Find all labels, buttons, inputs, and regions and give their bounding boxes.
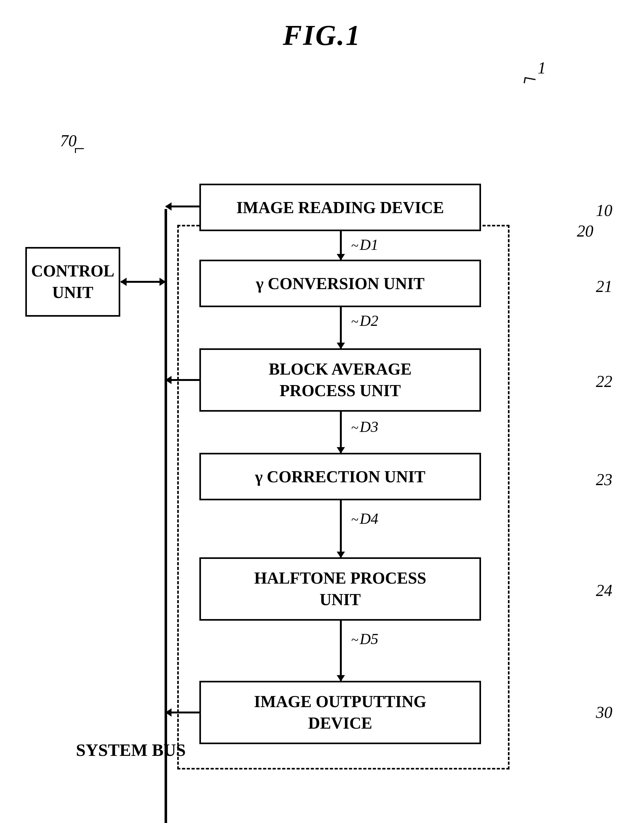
ref-20: 20 [577, 222, 593, 240]
connector-conversion-to-block [340, 307, 342, 349]
block-average-unit-box: BLOCK AVERAGE PROCESS UNIT [199, 349, 481, 412]
block-average-line1: BLOCK AVERAGE [269, 358, 411, 380]
correction-unit-box: γ CORRECTION UNIT [199, 453, 481, 500]
page-title: FIG.1 [0, 0, 644, 52]
image-reading-device-label: IMAGE READING DEVICE [236, 198, 444, 217]
d2-label: ~D2 [351, 312, 378, 329]
ref-30: 30 [596, 703, 612, 722]
ref-23: 23 [596, 470, 612, 489]
vertical-bus-line [164, 209, 167, 823]
conversion-unit-box: γ CONVERSION UNIT [199, 259, 481, 307]
diagram: 70 ⌐ CONTROL UNIT SYSTEM BUS 20 IMAGE RE… [0, 89, 644, 785]
system-bus-label: SYSTEM BUS [76, 740, 186, 760]
block-average-line2: PROCESS UNIT [269, 380, 411, 402]
d3-label: ~D3 [351, 418, 378, 435]
ref-21: 21 [596, 277, 612, 296]
connector-correction-to-halftone [340, 500, 342, 557]
image-output-device-box: IMAGE OUTPUTTING DEVICE [199, 681, 481, 744]
connector-halftone-to-output [340, 621, 342, 681]
d1-label: ~D1 [351, 236, 378, 253]
arrow-reading-to-bus [166, 206, 200, 207]
conversion-unit-label: γ CONVERSION UNIT [256, 274, 425, 293]
control-unit-line2: UNIT [31, 282, 115, 303]
halftone-line2: UNIT [254, 589, 426, 611]
image-output-line1: IMAGE OUTPUTTING [254, 691, 426, 712]
control-unit-line1: CONTROL [31, 260, 115, 282]
arrow-bus-to-output [166, 711, 200, 714]
halftone-unit-box: HALFTONE PROCESS UNIT [199, 557, 481, 621]
control-unit-box: CONTROL UNIT [25, 247, 120, 317]
arrow-bus-to-block [166, 379, 200, 381]
ref-24: 24 [596, 581, 612, 600]
connector-reading-to-conversion [340, 231, 342, 259]
connector-block-to-correction [340, 412, 342, 453]
arrow-control-to-bus [121, 281, 165, 283]
d4-label: ~D4 [351, 510, 378, 527]
halftone-line1: HALFTONE PROCESS [254, 567, 426, 589]
d5-label: ~D5 [351, 630, 378, 648]
ref-70-bracket: ⌐ [73, 138, 86, 160]
ref-22: 22 [596, 372, 612, 391]
image-reading-device-box: IMAGE READING DEVICE [199, 184, 481, 231]
ref-10: 10 [596, 201, 612, 220]
image-output-line2: DEVICE [254, 712, 426, 734]
correction-unit-label: γ CORRECTION UNIT [255, 467, 426, 486]
